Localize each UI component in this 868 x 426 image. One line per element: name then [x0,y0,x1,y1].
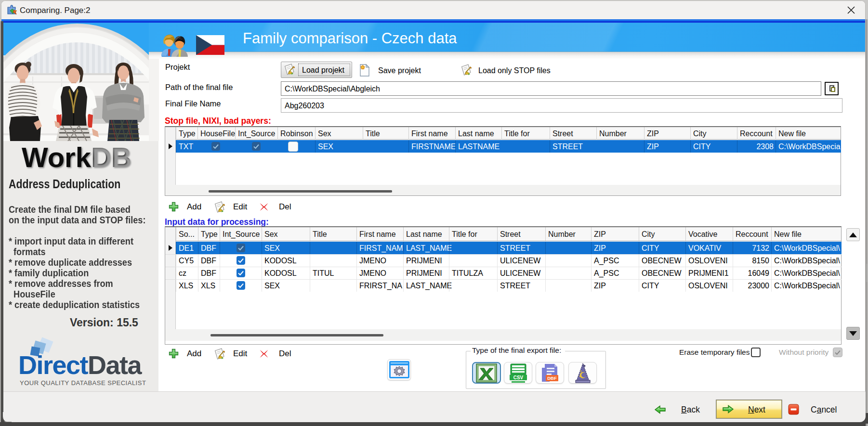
svg-text:DBF: DBF [547,375,557,381]
svg-text:CSV: CSV [513,375,523,380]
